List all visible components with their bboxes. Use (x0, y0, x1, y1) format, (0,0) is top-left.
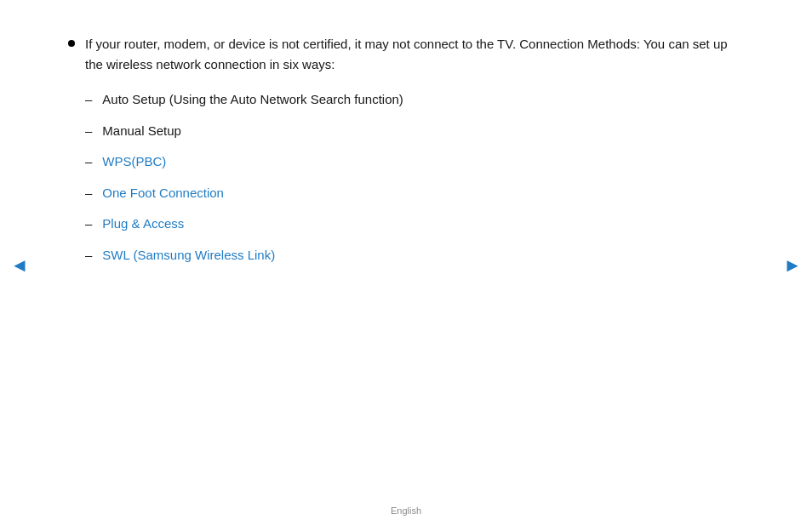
sub-list: –Auto Setup (Using the Auto Network Sear… (85, 90, 744, 265)
dash-icon: – (85, 184, 92, 203)
link-item[interactable]: SWL (Samsung Wireless Link) (102, 246, 275, 266)
bullet-dot (68, 40, 75, 47)
content-area: If your router, modem, or device is not … (0, 0, 812, 531)
footer: English (0, 497, 812, 524)
bullet-section: If your router, modem, or device is not … (68, 34, 744, 277)
page-container: ◄ ► If your router, modem, or device is … (0, 0, 812, 531)
plain-item: Auto Setup (Using the Auto Network Searc… (102, 90, 403, 110)
dash-icon: – (85, 122, 92, 141)
list-item: –Manual Setup (85, 122, 744, 141)
link-item[interactable]: One Foot Connection (102, 184, 224, 203)
dash-icon: – (85, 152, 92, 172)
dash-icon: – (85, 246, 92, 266)
dash-icon: – (85, 90, 92, 110)
left-arrow-icon: ◄ (10, 254, 29, 276)
plain-item: Manual Setup (102, 122, 181, 141)
list-item: –WPS(PBC) (85, 152, 744, 172)
list-item: –SWL (Samsung Wireless Link) (85, 246, 744, 266)
main-paragraph: If your router, modem, or device is not … (85, 34, 744, 75)
nav-left-button[interactable]: ◄ (10, 254, 29, 277)
nav-right-button[interactable]: ► (783, 254, 802, 277)
dash-icon: – (85, 214, 92, 234)
list-item: –Plug & Access (85, 214, 744, 234)
list-item: –One Foot Connection (85, 184, 744, 203)
list-item: –Auto Setup (Using the Auto Network Sear… (85, 90, 744, 110)
link-item[interactable]: WPS(PBC) (102, 152, 166, 172)
link-item[interactable]: Plug & Access (102, 214, 184, 234)
footer-language: English (391, 505, 421, 516)
bullet-content: If your router, modem, or device is not … (85, 34, 744, 277)
right-arrow-icon: ► (783, 254, 802, 276)
